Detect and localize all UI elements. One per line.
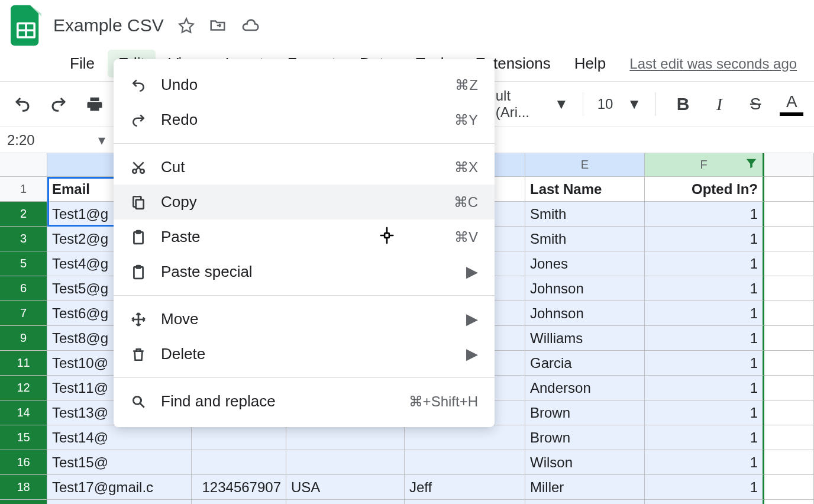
cell[interactable]: 1 xyxy=(645,227,764,251)
cell[interactable] xyxy=(764,475,814,500)
cell[interactable] xyxy=(405,425,525,450)
row-header[interactable]: 7 xyxy=(0,301,47,326)
cell[interactable]: Garcia xyxy=(525,351,645,376)
cell[interactable]: Jeff xyxy=(405,475,525,500)
font-size-select[interactable]: 10 ▼ xyxy=(597,96,641,112)
menu-item-paste-special[interactable]: Paste special▶ xyxy=(114,254,495,289)
menu-item-paste[interactable]: Paste⌘V xyxy=(114,219,495,254)
strikethrough-button[interactable]: S xyxy=(743,91,768,117)
row-header[interactable]: 9 xyxy=(0,326,47,351)
menu-item-move[interactable]: Move▶ xyxy=(114,302,495,337)
name-box[interactable]: 2:20 ▾ xyxy=(0,132,112,148)
sheets-logo[interactable] xyxy=(9,5,43,46)
cell[interactable]: Jones xyxy=(525,251,645,276)
select-all-corner[interactable] xyxy=(0,153,47,177)
row-header[interactable]: 6 xyxy=(0,276,47,301)
cell[interactable] xyxy=(764,251,814,276)
cell[interactable] xyxy=(764,326,814,351)
col-header-f[interactable]: F xyxy=(645,153,764,177)
undo-icon[interactable] xyxy=(9,91,35,117)
cell[interactable] xyxy=(764,450,814,475)
cell[interactable] xyxy=(764,400,814,425)
cell[interactable]: Wilson xyxy=(525,450,645,475)
row-header[interactable]: 16 xyxy=(0,450,47,475)
row-header[interactable]: 18 xyxy=(0,475,47,500)
cell[interactable]: Smith xyxy=(525,227,645,251)
cell[interactable]: Anderson xyxy=(525,376,645,400)
row-header[interactable]: 12 xyxy=(0,376,47,400)
cell[interactable]: 1234567907 xyxy=(192,475,286,500)
cell[interactable]: USA xyxy=(286,475,405,500)
cell[interactable]: Jessica xyxy=(405,500,525,504)
cell[interactable]: 1 xyxy=(645,326,764,351)
italic-button[interactable]: I xyxy=(706,91,732,117)
cell[interactable] xyxy=(764,376,814,400)
col-header-e[interactable]: E xyxy=(525,153,645,177)
cell[interactable] xyxy=(405,450,525,475)
row-header[interactable]: 2 xyxy=(0,202,47,227)
cell[interactable] xyxy=(764,227,814,251)
cell[interactable]: 1234567909 xyxy=(192,500,286,504)
menu-help[interactable]: Help xyxy=(564,50,616,77)
print-icon[interactable] xyxy=(82,91,107,117)
cell[interactable]: 1 xyxy=(645,475,764,500)
move-folder-icon[interactable] xyxy=(209,17,227,34)
cell[interactable]: Test17@gmail.c xyxy=(47,475,192,500)
cell[interactable] xyxy=(764,351,814,376)
menu-item-find-and-replace[interactable]: Find and replace⌘+Shift+H xyxy=(114,384,495,419)
cell[interactable] xyxy=(192,425,286,450)
cell[interactable]: 1 xyxy=(645,450,764,475)
cell[interactable]: Davis xyxy=(525,500,645,504)
row-header[interactable]: 1 xyxy=(0,177,47,202)
cell[interactable]: USA xyxy=(286,500,405,504)
menu-item-copy[interactable]: Copy⌘C xyxy=(114,185,495,219)
menu-item-cut[interactable]: Cut⌘X xyxy=(114,150,495,185)
cell[interactable]: Williams xyxy=(525,326,645,351)
row-header[interactable]: 5 xyxy=(0,251,47,276)
cell[interactable] xyxy=(192,450,286,475)
cell[interactable]: 1 xyxy=(645,425,764,450)
cell[interactable] xyxy=(764,500,814,504)
cell[interactable] xyxy=(764,425,814,450)
cell[interactable]: 1 xyxy=(645,400,764,425)
star-icon[interactable] xyxy=(178,17,195,34)
cell[interactable]: 1 xyxy=(645,276,764,301)
cell[interactable]: Test15@ xyxy=(47,450,192,475)
cell[interactable]: Test14@ xyxy=(47,425,192,450)
cell[interactable] xyxy=(764,202,814,227)
cell[interactable] xyxy=(286,450,405,475)
row-header[interactable]: 15 xyxy=(0,425,47,450)
cell[interactable]: 1 xyxy=(645,500,764,504)
cell[interactable]: Brown xyxy=(525,425,645,450)
document-title[interactable]: Example CSV xyxy=(53,15,164,35)
cell[interactable]: 1 xyxy=(645,376,764,400)
row-header[interactable]: 3 xyxy=(0,227,47,251)
menu-item-undo[interactable]: Undo⌘Z xyxy=(114,67,495,102)
cell[interactable]: Brown xyxy=(525,400,645,425)
cell[interactable]: Miller xyxy=(525,475,645,500)
cell[interactable]: Test19@gmail.c xyxy=(47,500,192,504)
cell[interactable] xyxy=(764,301,814,326)
cell[interactable]: Last Name xyxy=(525,177,645,202)
row-header[interactable]: 14 xyxy=(0,400,47,425)
cell[interactable]: 1 xyxy=(645,202,764,227)
cell[interactable]: 1 xyxy=(645,351,764,376)
menu-item-delete[interactable]: Delete▶ xyxy=(114,337,495,371)
last-edit-link[interactable]: Last edit was seconds ago xyxy=(629,56,797,72)
bold-button[interactable]: B xyxy=(670,91,696,117)
cloud-status-icon[interactable] xyxy=(241,16,260,35)
cell[interactable]: Opted In? xyxy=(645,177,764,202)
redo-icon[interactable] xyxy=(46,91,71,117)
cell[interactable] xyxy=(286,425,405,450)
filter-icon[interactable] xyxy=(745,157,758,173)
cell[interactable]: 1 xyxy=(645,301,764,326)
cell[interactable]: 1 xyxy=(645,251,764,276)
text-color-button[interactable]: A xyxy=(779,91,805,117)
row-header[interactable]: 20 xyxy=(0,500,47,504)
menu-item-redo[interactable]: Redo⌘Y xyxy=(114,102,495,137)
font-family-select[interactable]: ult (Ari... ▼ xyxy=(496,88,568,121)
menu-file[interactable]: File xyxy=(59,50,105,77)
cell[interactable] xyxy=(764,177,814,202)
cell[interactable]: Smith xyxy=(525,202,645,227)
cell[interactable]: Johnson xyxy=(525,276,645,301)
